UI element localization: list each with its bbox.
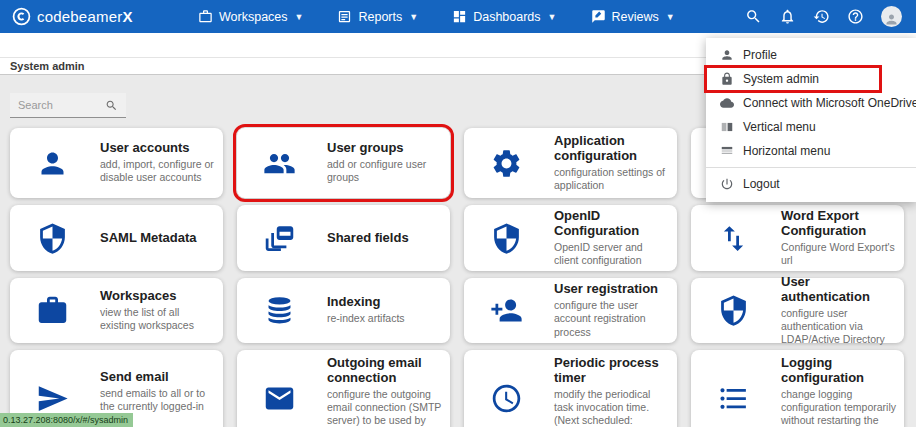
menu-item-system-admin[interactable]: System admin bbox=[706, 67, 880, 91]
card-desc: view the list of all existing workspaces bbox=[100, 306, 215, 332]
bell-icon[interactable] bbox=[779, 8, 796, 25]
search-icon[interactable] bbox=[105, 99, 118, 112]
clock-icon bbox=[490, 382, 554, 415]
menu-item-label: Horizontal menu bbox=[743, 144, 830, 158]
card-title: OpenID Configuration bbox=[554, 209, 669, 239]
brand-name: codebeamerX bbox=[37, 8, 133, 25]
main-menus: Workspaces▼ Reports▼ Dashboards▼ Reviews… bbox=[198, 9, 675, 24]
breadcrumb: System admin bbox=[0, 60, 85, 72]
send-icon bbox=[36, 382, 100, 415]
card-title: Workspaces bbox=[100, 289, 215, 304]
card-title: User authentication bbox=[781, 275, 896, 305]
card-title: Indexing bbox=[327, 295, 442, 310]
menu-reports-label: Reports bbox=[358, 10, 402, 24]
card-user-authentication[interactable]: User authenticationconfigure user authen… bbox=[691, 278, 904, 343]
card-title: Word Export Configuration bbox=[781, 209, 896, 239]
card-openid-configuration[interactable]: OpenID ConfigurationOpenID server and cl… bbox=[464, 205, 677, 271]
card-title: Shared fields bbox=[327, 231, 442, 246]
menu-item-label: Profile bbox=[743, 48, 777, 62]
database-icon bbox=[263, 294, 327, 327]
person-add-icon bbox=[490, 294, 554, 327]
shield-icon bbox=[717, 294, 781, 327]
shield-icon bbox=[36, 222, 100, 255]
menu-workspaces[interactable]: Workspaces▼ bbox=[198, 9, 303, 24]
review-icon bbox=[591, 9, 606, 24]
dashboard-grid-icon bbox=[452, 9, 467, 24]
bulleted-list-icon bbox=[717, 382, 781, 415]
card-desc: configuration settings of application bbox=[554, 166, 669, 192]
card-shared-fields[interactable]: Shared fields bbox=[237, 205, 450, 271]
user-dropdown-menu: Profile System admin Connect with Micros… bbox=[706, 38, 916, 202]
card-periodic-process-timer[interactable]: Periodic process timermodify the periodi… bbox=[464, 350, 677, 427]
menu-dashboards[interactable]: Dashboards▼ bbox=[452, 9, 556, 24]
report-icon bbox=[337, 9, 352, 24]
card-title: Outgoing email connection bbox=[327, 356, 442, 386]
card-saml-metadata[interactable]: SAML Metadata bbox=[10, 205, 223, 271]
search-input[interactable] bbox=[10, 99, 103, 111]
chevron-down-icon: ▼ bbox=[548, 12, 557, 22]
card-indexing[interactable]: Indexingre-index artifacts bbox=[237, 278, 450, 343]
menu-item-horizontal-menu[interactable]: Horizontal menu bbox=[706, 139, 916, 163]
card-user-groups[interactable]: User groupsadd or configure user groups bbox=[237, 128, 450, 198]
brand[interactable]: codebeamerX bbox=[0, 7, 150, 26]
up-down-arrows-icon bbox=[717, 222, 781, 255]
card-desc: modify the periodical task invocation ti… bbox=[554, 388, 669, 427]
card-user-accounts[interactable]: User accountsadd, import, configure or d… bbox=[10, 128, 223, 198]
search-box bbox=[10, 93, 126, 118]
shield-icon bbox=[490, 222, 554, 255]
card-outgoing-email-connection[interactable]: Outgoing email connectionconfigure the o… bbox=[237, 350, 450, 427]
search-icon[interactable] bbox=[745, 8, 762, 25]
menu-reviews-label: Reviews bbox=[612, 10, 659, 24]
chevron-down-icon: ▼ bbox=[409, 12, 418, 22]
card-title: Application configuration bbox=[554, 134, 669, 164]
menu-reviews[interactable]: Reviews▼ bbox=[591, 9, 675, 24]
people-icon bbox=[263, 147, 327, 180]
card-desc: configure user authentication via LDAP/A… bbox=[781, 307, 896, 346]
top-navbar: codebeamerX Workspaces▼ Reports▼ Dashboa… bbox=[0, 0, 916, 33]
briefcase-icon bbox=[36, 294, 100, 327]
card-desc: add, import, configure or disable user a… bbox=[100, 158, 215, 184]
card-title: SAML Metadata bbox=[100, 231, 215, 246]
menu-divider bbox=[706, 167, 916, 168]
card-title: Periodic process timer bbox=[554, 356, 669, 386]
help-icon[interactable] bbox=[847, 8, 864, 25]
lock-icon bbox=[720, 72, 734, 86]
person-icon bbox=[36, 147, 100, 180]
card-desc: Configure Word Export's url bbox=[781, 241, 896, 267]
power-icon bbox=[720, 177, 734, 191]
menu-dashboards-label: Dashboards bbox=[473, 10, 540, 24]
card-title: User groups bbox=[327, 141, 442, 156]
card-workspaces[interactable]: Workspacesview the list of all existing … bbox=[10, 278, 223, 343]
card-desc: re-index artifacts bbox=[327, 312, 442, 325]
avatar[interactable] bbox=[881, 6, 902, 27]
briefcase-icon bbox=[198, 9, 213, 24]
menu-item-profile[interactable]: Profile bbox=[706, 43, 916, 67]
app-window: codebeamerX Workspaces▼ Reports▼ Dashboa… bbox=[0, 0, 916, 427]
menu-workspaces-label: Workspaces bbox=[219, 10, 288, 24]
chevron-down-icon: ▼ bbox=[666, 12, 675, 22]
horizontal-layout-icon bbox=[720, 144, 734, 158]
card-desc: configure the outgoing email connection … bbox=[327, 388, 442, 427]
card-title: Send email bbox=[100, 370, 215, 385]
menu-item-label: Connect with Microsoft OneDrive bbox=[743, 96, 916, 110]
menu-item-vertical-menu[interactable]: Vertical menu bbox=[706, 115, 916, 139]
person-icon bbox=[884, 12, 899, 27]
card-title: Logging configuration bbox=[781, 356, 896, 386]
history-icon[interactable] bbox=[813, 8, 830, 25]
navbar-actions bbox=[745, 6, 916, 27]
card-desc: change logging configuration temporarily… bbox=[781, 388, 896, 427]
vertical-layout-icon bbox=[720, 120, 734, 134]
status-url-tooltip: 0.13.27.208:8080/x/#/sysadmin bbox=[0, 413, 133, 427]
card-word-export-configuration[interactable]: Word Export ConfigurationConfigure Word … bbox=[691, 205, 904, 271]
card-user-registration[interactable]: User registrationconfigure the user acco… bbox=[464, 278, 677, 343]
menu-item-onedrive[interactable]: Connect with Microsoft OneDrive bbox=[706, 91, 916, 115]
card-logging-configuration[interactable]: Logging configurationchange logging conf… bbox=[691, 350, 904, 427]
cloud-icon bbox=[720, 96, 734, 110]
card-desc: OpenID server and client configuration bbox=[554, 241, 669, 267]
card-application-configuration[interactable]: Application configurationconfiguration s… bbox=[464, 128, 677, 198]
chevron-down-icon: ▼ bbox=[295, 12, 304, 22]
menu-item-logout[interactable]: Logout bbox=[706, 172, 916, 196]
card-desc: configure the user account registration … bbox=[554, 299, 669, 338]
card-title: User registration bbox=[554, 282, 669, 297]
menu-reports[interactable]: Reports▼ bbox=[337, 9, 418, 24]
